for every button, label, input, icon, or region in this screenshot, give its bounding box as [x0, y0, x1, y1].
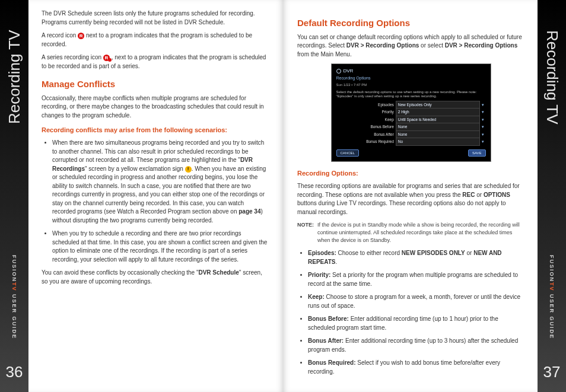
- heading-recording-options: Recording Options:: [297, 169, 524, 179]
- recording-options-intro: These recording options are available fo…: [297, 182, 524, 216]
- list-item: Priority: Set a priority for the program…: [308, 271, 524, 288]
- brand-label: FUSIONTV USER GUIDE: [11, 255, 17, 339]
- list-item: When there are two simultaneous programs…: [52, 139, 269, 225]
- opt-val: None: [396, 130, 479, 138]
- intro-paragraph-1: The DVR Schedule screen lists only the f…: [42, 9, 269, 27]
- chevron-down-icon: ▾: [479, 101, 486, 109]
- text-strong: OPTIONS: [484, 192, 510, 198]
- table-row: KeepUntil Space is Needed▾: [336, 116, 486, 123]
- list-item: Bonus Before: Enter additional recording…: [308, 315, 524, 332]
- save-button: SAVE: [468, 149, 486, 157]
- opt-label: Episodes:: [308, 250, 336, 256]
- opt-label: Bonus After:: [308, 337, 344, 344]
- options-list: Episodes: Choose to either record NEW EP…: [308, 249, 524, 376]
- text: or: [465, 250, 473, 256]
- chevron-down-icon: ▾: [479, 116, 486, 123]
- shot-title: DVR: [344, 68, 354, 75]
- series-record-icon: R: [103, 55, 110, 61]
- text: " screen by a yellow exclamation sign: [85, 165, 185, 172]
- text: Choose to either record: [336, 250, 402, 256]
- page-number-left: 36: [6, 363, 23, 381]
- text: When there are two simultaneous programs…: [52, 139, 264, 163]
- text-strong: REC: [462, 192, 475, 198]
- text-strong: page 34: [239, 208, 260, 215]
- right-content: Default Recording Options You can set or…: [283, 0, 566, 392]
- opt-key: Bonus After: [336, 130, 396, 138]
- intro-paragraph-2: A record icon R next to a program indica…: [42, 31, 269, 49]
- brand-accent: TV: [549, 282, 555, 292]
- shot-buttons: CANCEL SAVE: [336, 149, 486, 157]
- text: Set a priority for the program when mult…: [308, 272, 518, 287]
- opt-val: None: [396, 123, 479, 130]
- brand-prefix: FUSION: [549, 255, 555, 282]
- brand-suffix: USER GUIDE: [11, 291, 17, 339]
- cancel-button: CANCEL: [336, 149, 359, 157]
- text: . When you have an existing or scheduled…: [52, 165, 266, 215]
- opt-label: Priority:: [308, 272, 330, 278]
- left-rail: Recording TV FUSIONTV USER GUIDE 36: [0, 0, 28, 392]
- conflicts-scenarios-heading: Recording conflicts may arise from the f…: [42, 126, 269, 135]
- dvr-options-screenshot: DVR Recording Options Sun 1/22 • 7:47 PM…: [331, 63, 491, 162]
- page-spread: Recording TV FUSIONTV USER GUIDE 36 The …: [0, 0, 566, 392]
- opt-val: No: [396, 138, 479, 145]
- heading-default-recording: Default Recording Options: [297, 17, 524, 30]
- shot-options-table: EpisodesNew Episodes Only▾ Priority2 Hig…: [336, 101, 486, 146]
- text: from the Main Menu.: [297, 51, 352, 58]
- text: A record icon: [42, 32, 78, 39]
- text: .: [336, 259, 338, 265]
- opt-label: Bonus Required:: [308, 359, 356, 366]
- note-label: NOTE:: [297, 221, 314, 244]
- opt-key: Bonus Required: [336, 138, 396, 145]
- list-item: Bonus Required: Select if you wish to ad…: [308, 359, 524, 376]
- opt-val: 2 High: [396, 109, 479, 116]
- section-tab-title: Recording TV: [538, 12, 566, 142]
- text-strong: NEW EPISODES ONLY: [402, 250, 465, 256]
- table-row: Bonus AfterNone▾: [336, 130, 486, 138]
- opt-val: Until Space is Needed: [396, 116, 479, 123]
- table-row: Bonus BeforeNone▾: [336, 123, 486, 130]
- default-recording-intro: You can set or change default recording …: [297, 33, 524, 59]
- shot-desc: Select the default recording options to …: [336, 90, 486, 98]
- conflicts-intro: Occasionally, there maybe conflicts when…: [42, 94, 269, 120]
- chevron-down-icon: ▾: [479, 138, 486, 145]
- text: A series recording icon: [42, 54, 103, 60]
- text: or select: [419, 42, 444, 49]
- record-icon: R: [78, 33, 84, 39]
- table-row: Priority2 High▾: [336, 109, 486, 116]
- brand-prefix: FUSION: [11, 255, 17, 282]
- shot-header: DVR: [336, 68, 486, 75]
- right-rail: Recording TV FUSIONTV USER GUIDE 37: [538, 0, 566, 392]
- brand-label: FUSIONTV USER GUIDE: [549, 255, 555, 339]
- text: or: [475, 192, 483, 198]
- dvr-icon: [336, 69, 341, 74]
- list-item: Bonus After: Enter additional recording …: [308, 337, 524, 354]
- brand-accent: TV: [11, 282, 17, 292]
- text: Choose to store a program for a week, a …: [308, 294, 520, 309]
- conflicts-avoid: You can avoid these conflicts by occasio…: [42, 269, 269, 286]
- opt-val: New Episodes Only: [396, 101, 479, 109]
- text: buttons during Live TV recordings. These…: [297, 200, 506, 215]
- section-tab-title: Recording TV: [0, 12, 28, 142]
- conflicts-list: When there are two simultaneous programs…: [52, 139, 269, 264]
- chevron-down-icon: ▾: [479, 109, 486, 116]
- note-text: If the device is put in Standby mode whi…: [317, 221, 524, 244]
- table-row: EpisodesNew Episodes Only▾: [336, 101, 486, 109]
- text-strong: DVR Schedule: [198, 269, 239, 276]
- chevron-down-icon: ▾: [479, 130, 486, 138]
- opt-key: Bonus Before: [336, 123, 396, 130]
- text-strong: DVR > Recording Options: [346, 42, 419, 49]
- page-right: Recording TV FUSIONTV USER GUIDE 37 Defa…: [283, 0, 566, 392]
- list-item: Episodes: Choose to either record NEW EP…: [308, 249, 524, 266]
- note-block: NOTE: If the device is put in Standby mo…: [297, 221, 524, 244]
- chevron-down-icon: ▾: [479, 123, 486, 130]
- opt-label: Bonus Before:: [308, 315, 349, 322]
- intro-paragraph-3: A series recording icon R , next to a pr…: [42, 53, 269, 71]
- shot-time: Sun 1/22 • 7:47 PM: [336, 82, 486, 88]
- opt-key: Priority: [336, 109, 396, 116]
- warning-icon: !: [185, 166, 192, 173]
- shot-subtitle: Recording Options: [336, 75, 486, 81]
- heading-manage-conflicts: Manage Conflicts: [42, 78, 269, 91]
- list-item: When you try to schedule a recording and…: [52, 230, 269, 264]
- page-number-right: 37: [543, 363, 561, 381]
- text: You can avoid these conflicts by occasio…: [42, 269, 198, 276]
